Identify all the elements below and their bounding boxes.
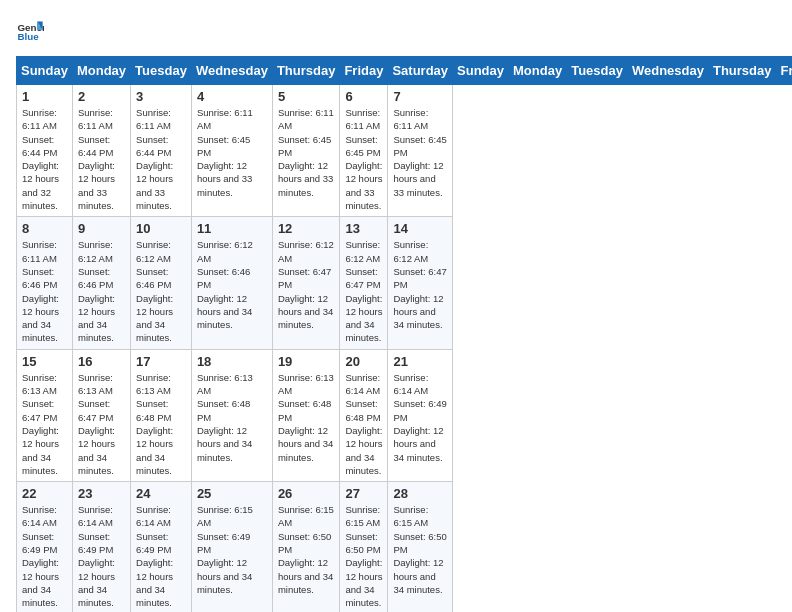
calendar-cell: 19Sunrise: 6:13 AMSunset: 6:48 PMDayligh… xyxy=(272,349,340,481)
day-number: 4 xyxy=(197,89,267,104)
calendar-cell: 18Sunrise: 6:13 AMSunset: 6:48 PMDayligh… xyxy=(191,349,272,481)
day-number: 2 xyxy=(78,89,125,104)
header-wednesday: Wednesday xyxy=(627,57,708,85)
cell-info: Sunrise: 6:12 AMSunset: 6:47 PMDaylight:… xyxy=(393,238,447,331)
day-number: 22 xyxy=(22,486,67,501)
day-number: 19 xyxy=(278,354,335,369)
calendar-row-4: 22Sunrise: 6:14 AMSunset: 6:49 PMDayligh… xyxy=(17,482,793,612)
header-day-monday: Monday xyxy=(72,57,130,85)
day-number: 13 xyxy=(345,221,382,236)
cell-info: Sunrise: 6:12 AMSunset: 6:46 PMDaylight:… xyxy=(78,238,125,344)
calendar-cell: 26Sunrise: 6:15 AMSunset: 6:50 PMDayligh… xyxy=(272,482,340,612)
calendar-cell: 10Sunrise: 6:12 AMSunset: 6:46 PMDayligh… xyxy=(131,217,192,349)
header-day-thursday: Thursday xyxy=(272,57,340,85)
calendar-cell: 14Sunrise: 6:12 AMSunset: 6:47 PMDayligh… xyxy=(388,217,453,349)
calendar-cell: 25Sunrise: 6:15 AMSunset: 6:49 PMDayligh… xyxy=(191,482,272,612)
day-number: 12 xyxy=(278,221,335,236)
calendar-cell: 22Sunrise: 6:14 AMSunset: 6:49 PMDayligh… xyxy=(17,482,73,612)
cell-info: Sunrise: 6:14 AMSunset: 6:49 PMDaylight:… xyxy=(22,503,67,609)
day-number: 28 xyxy=(393,486,447,501)
header-monday: Monday xyxy=(509,57,567,85)
header-day-saturday: Saturday xyxy=(388,57,453,85)
cell-info: Sunrise: 6:11 AMSunset: 6:45 PMDaylight:… xyxy=(197,106,267,199)
calendar-header-row: SundayMondayTuesdayWednesdayThursdayFrid… xyxy=(17,57,793,85)
day-number: 7 xyxy=(393,89,447,104)
calendar-cell: 4Sunrise: 6:11 AMSunset: 6:45 PMDaylight… xyxy=(191,85,272,217)
calendar-cell: 28Sunrise: 6:15 AMSunset: 6:50 PMDayligh… xyxy=(388,482,453,612)
day-number: 24 xyxy=(136,486,186,501)
calendar-cell: 17Sunrise: 6:13 AMSunset: 6:48 PMDayligh… xyxy=(131,349,192,481)
calendar-row-2: 8Sunrise: 6:11 AMSunset: 6:46 PMDaylight… xyxy=(17,217,793,349)
day-number: 11 xyxy=(197,221,267,236)
calendar-cell: 7Sunrise: 6:11 AMSunset: 6:45 PMDaylight… xyxy=(388,85,453,217)
cell-info: Sunrise: 6:15 AMSunset: 6:50 PMDaylight:… xyxy=(278,503,335,596)
calendar-cell: 23Sunrise: 6:14 AMSunset: 6:49 PMDayligh… xyxy=(72,482,130,612)
cell-info: Sunrise: 6:11 AMSunset: 6:45 PMDaylight:… xyxy=(345,106,382,212)
page-header: General Blue xyxy=(16,16,776,44)
calendar-cell: 6Sunrise: 6:11 AMSunset: 6:45 PMDaylight… xyxy=(340,85,388,217)
day-number: 17 xyxy=(136,354,186,369)
header-day-tuesday: Tuesday xyxy=(131,57,192,85)
logo: General Blue xyxy=(16,16,48,44)
cell-info: Sunrise: 6:12 AMSunset: 6:46 PMDaylight:… xyxy=(136,238,186,344)
calendar-cell: 15Sunrise: 6:13 AMSunset: 6:47 PMDayligh… xyxy=(17,349,73,481)
calendar-row-3: 15Sunrise: 6:13 AMSunset: 6:47 PMDayligh… xyxy=(17,349,793,481)
calendar-cell: 11Sunrise: 6:12 AMSunset: 6:46 PMDayligh… xyxy=(191,217,272,349)
header-day-wednesday: Wednesday xyxy=(191,57,272,85)
day-number: 14 xyxy=(393,221,447,236)
logo-icon: General Blue xyxy=(16,16,44,44)
cell-info: Sunrise: 6:13 AMSunset: 6:47 PMDaylight:… xyxy=(78,371,125,477)
cell-info: Sunrise: 6:11 AMSunset: 6:46 PMDaylight:… xyxy=(22,238,67,344)
header-day-friday: Friday xyxy=(340,57,388,85)
day-number: 3 xyxy=(136,89,186,104)
day-number: 27 xyxy=(345,486,382,501)
day-number: 5 xyxy=(278,89,335,104)
day-number: 18 xyxy=(197,354,267,369)
cell-info: Sunrise: 6:11 AMSunset: 6:44 PMDaylight:… xyxy=(136,106,186,212)
calendar-cell: 1Sunrise: 6:11 AMSunset: 6:44 PMDaylight… xyxy=(17,85,73,217)
calendar-cell: 13Sunrise: 6:12 AMSunset: 6:47 PMDayligh… xyxy=(340,217,388,349)
cell-info: Sunrise: 6:13 AMSunset: 6:48 PMDaylight:… xyxy=(278,371,335,464)
day-number: 9 xyxy=(78,221,125,236)
cell-info: Sunrise: 6:13 AMSunset: 6:48 PMDaylight:… xyxy=(197,371,267,464)
day-number: 16 xyxy=(78,354,125,369)
header-friday: Friday xyxy=(776,57,792,85)
cell-info: Sunrise: 6:11 AMSunset: 6:44 PMDaylight:… xyxy=(22,106,67,212)
cell-info: Sunrise: 6:12 AMSunset: 6:47 PMDaylight:… xyxy=(278,238,335,331)
cell-info: Sunrise: 6:14 AMSunset: 6:49 PMDaylight:… xyxy=(393,371,447,464)
calendar-cell: 9Sunrise: 6:12 AMSunset: 6:46 PMDaylight… xyxy=(72,217,130,349)
svg-text:Blue: Blue xyxy=(17,31,39,42)
cell-info: Sunrise: 6:14 AMSunset: 6:49 PMDaylight:… xyxy=(136,503,186,609)
header-thursday: Thursday xyxy=(708,57,776,85)
day-number: 25 xyxy=(197,486,267,501)
day-number: 26 xyxy=(278,486,335,501)
cell-info: Sunrise: 6:13 AMSunset: 6:48 PMDaylight:… xyxy=(136,371,186,477)
day-number: 23 xyxy=(78,486,125,501)
calendar-cell: 16Sunrise: 6:13 AMSunset: 6:47 PMDayligh… xyxy=(72,349,130,481)
calendar-cell: 20Sunrise: 6:14 AMSunset: 6:48 PMDayligh… xyxy=(340,349,388,481)
calendar-cell: 3Sunrise: 6:11 AMSunset: 6:44 PMDaylight… xyxy=(131,85,192,217)
cell-info: Sunrise: 6:11 AMSunset: 6:45 PMDaylight:… xyxy=(278,106,335,199)
header-day-sunday: Sunday xyxy=(17,57,73,85)
day-number: 21 xyxy=(393,354,447,369)
calendar-table: SundayMondayTuesdayWednesdayThursdayFrid… xyxy=(16,56,792,612)
header-tuesday: Tuesday xyxy=(567,57,628,85)
cell-info: Sunrise: 6:14 AMSunset: 6:49 PMDaylight:… xyxy=(78,503,125,609)
cell-info: Sunrise: 6:15 AMSunset: 6:49 PMDaylight:… xyxy=(197,503,267,596)
calendar-cell: 2Sunrise: 6:11 AMSunset: 6:44 PMDaylight… xyxy=(72,85,130,217)
day-number: 20 xyxy=(345,354,382,369)
day-number: 10 xyxy=(136,221,186,236)
day-number: 6 xyxy=(345,89,382,104)
day-number: 15 xyxy=(22,354,67,369)
cell-info: Sunrise: 6:11 AMSunset: 6:45 PMDaylight:… xyxy=(393,106,447,199)
header-sunday: Sunday xyxy=(453,57,509,85)
calendar-cell: 12Sunrise: 6:12 AMSunset: 6:47 PMDayligh… xyxy=(272,217,340,349)
calendar-cell: 5Sunrise: 6:11 AMSunset: 6:45 PMDaylight… xyxy=(272,85,340,217)
day-number: 1 xyxy=(22,89,67,104)
cell-info: Sunrise: 6:12 AMSunset: 6:47 PMDaylight:… xyxy=(345,238,382,344)
calendar-cell: 8Sunrise: 6:11 AMSunset: 6:46 PMDaylight… xyxy=(17,217,73,349)
cell-info: Sunrise: 6:14 AMSunset: 6:48 PMDaylight:… xyxy=(345,371,382,477)
cell-info: Sunrise: 6:15 AMSunset: 6:50 PMDaylight:… xyxy=(393,503,447,596)
cell-info: Sunrise: 6:13 AMSunset: 6:47 PMDaylight:… xyxy=(22,371,67,477)
calendar-cell: 24Sunrise: 6:14 AMSunset: 6:49 PMDayligh… xyxy=(131,482,192,612)
